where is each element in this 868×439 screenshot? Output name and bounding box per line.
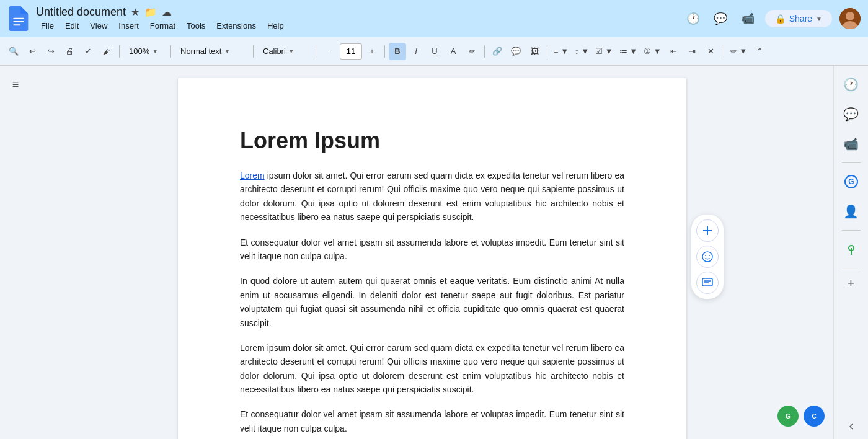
zoom-value: 100% [129,47,149,56]
svg-rect-2 [13,24,20,25]
line-spacing-button[interactable]: ↕ ▼ [572,43,591,60]
meet-button[interactable]: 📹 [738,9,758,29]
italic-button[interactable]: I [407,43,425,60]
text-color-button[interactable]: A [445,43,462,60]
editing-mode-button[interactable]: ✏ ▼ [728,43,750,60]
title-info: Untitled document ★ 📁 ☁ File Edit View I… [36,6,683,32]
svg-text:G: G [848,177,854,186]
paint-format-button[interactable]: 🖌 [98,43,115,60]
outline-icon[interactable]: ≡ [4,73,27,95]
share-button[interactable]: 🔒 Share ▼ [765,10,832,27]
document-page: Lorem Ipsum Lorem ipsum dolor sit amet. … [178,78,686,439]
doc-area[interactable]: Lorem Ipsum Lorem ipsum dolor sit amet. … [31,66,833,439]
main-area: ≡ Lorem Ipsum Lorem ipsum dolor sit amet… [0,66,868,439]
history-button[interactable]: 🕐 [683,9,703,29]
rs-expand-button[interactable]: + [841,273,861,293]
undo-button[interactable]: ↩ [24,43,41,60]
text-style-dropdown[interactable]: Normal text ▼ [175,43,249,60]
bold-button[interactable]: B [389,43,406,60]
doc-heading: Lorem Ipsum [240,128,624,154]
menu-insert[interactable]: Insert [113,20,144,32]
separator-4 [317,45,317,58]
highlight-button[interactable]: ✏ [463,43,480,60]
lock-icon: 🔒 [775,14,786,24]
separator-3 [253,45,254,58]
menu-edit[interactable]: Edit [60,20,84,32]
font-size-input[interactable] [340,43,362,60]
font-value: Calibri [263,47,286,56]
rs-separator-2 [842,230,861,231]
font-size-increase[interactable]: + [363,43,381,60]
checklist-button[interactable]: ☑ ▼ [593,43,615,60]
underline-button[interactable]: U [426,43,443,60]
menu-format[interactable]: Format [145,20,180,32]
svg-text:C: C [812,413,816,420]
menu-help[interactable]: Help [262,20,289,32]
rs-map-icon[interactable] [839,237,864,262]
fab-emoji-button[interactable] [696,246,719,268]
font-chevron: ▼ [288,48,294,55]
image-button[interactable]: 🖼 [526,43,543,60]
rs-gemini-icon[interactable]: G [839,169,864,194]
redo-button[interactable]: ↪ [42,43,60,60]
search-button[interactable]: 🔍 [5,43,22,60]
floating-actions [691,215,724,299]
blue-badge-button[interactable]: C [804,406,825,427]
spellcheck-button[interactable]: ✓ [79,43,97,60]
rs-person-icon[interactable]: 👤 [839,199,864,224]
link-button[interactable]: 🔗 [489,43,506,60]
title-bar-right: 🕐 💬 📹 🔒 Share ▼ [683,8,861,29]
fab-comment-button[interactable] [696,272,719,294]
style-chevron: ▼ [224,48,230,55]
comment-button[interactable]: 💬 [507,43,525,60]
folder-icon[interactable]: 📁 [144,6,157,18]
rs-meet-icon[interactable]: 📹 [839,131,864,156]
rs-collapse-button[interactable] [846,422,856,434]
format-toolbar: 🔍 ↩ ↪ 🖨 ✓ 🖌 100% ▼ Normal text ▼ Calibri… [0,37,868,66]
doc-title-row: Untitled document ★ 📁 ☁ [36,6,683,19]
clear-formatting-button[interactable]: ✕ [702,43,720,60]
zoom-chevron: ▼ [152,48,158,55]
docs-logo-icon [7,6,30,31]
rs-separator-3 [842,268,861,268]
toolbar-expand-button[interactable]: ⌃ [751,43,768,60]
align-button[interactable]: ≡ ▼ [551,43,571,60]
rs-comments-icon[interactable]: 💬 [839,102,864,126]
svg-point-9 [705,255,706,256]
paragraph-5: Et consequatur dolor vel amet ipsam sit … [240,407,624,435]
fab-add-button[interactable] [696,220,719,242]
doc-title[interactable]: Untitled document [36,6,126,19]
zoom-dropdown[interactable]: 100% ▼ [123,43,167,60]
font-size-container: − + [321,43,381,60]
menu-bar: File Edit View Insert Format Tools Exten… [36,20,683,32]
rs-history-icon[interactable]: 🕐 [839,72,864,97]
menu-view[interactable]: View [85,20,112,32]
print-button[interactable]: 🖨 [61,43,78,60]
comments-button[interactable]: 💬 [711,9,730,29]
numbered-list-button[interactable]: ① ▼ [641,43,663,60]
left-sidebar: ≡ [0,66,31,439]
font-size-decrease[interactable]: − [321,43,339,60]
cloud-icon[interactable]: ☁ [162,6,172,18]
decrease-indent-button[interactable]: ⇤ [665,43,683,60]
separator-6 [484,45,485,58]
share-chevron: ▼ [816,16,822,22]
svg-rect-1 [13,21,24,22]
menu-extensions[interactable]: Extensions [211,20,261,32]
paragraph-3: In quod dolore ut autem autem qui quaera… [240,274,624,330]
bullet-list-button[interactable]: ≔ ▼ [617,43,640,60]
rs-separator-1 [842,162,861,163]
separator-5 [384,45,385,58]
font-dropdown[interactable]: Calibri ▼ [257,43,313,60]
separator-7 [547,45,547,58]
menu-tools[interactable]: Tools [182,20,210,32]
increase-indent-button[interactable]: ⇥ [684,43,701,60]
green-badge-button[interactable]: G [777,406,799,427]
svg-text:G: G [786,413,790,420]
menu-file[interactable]: File [36,20,59,32]
right-sidebar: 🕐 💬 📹 G 👤 + [833,66,868,439]
lorem-link[interactable]: Lorem [240,171,265,180]
avatar[interactable] [839,8,861,29]
star-icon[interactable]: ★ [131,6,140,18]
share-label: Share [789,14,812,24]
